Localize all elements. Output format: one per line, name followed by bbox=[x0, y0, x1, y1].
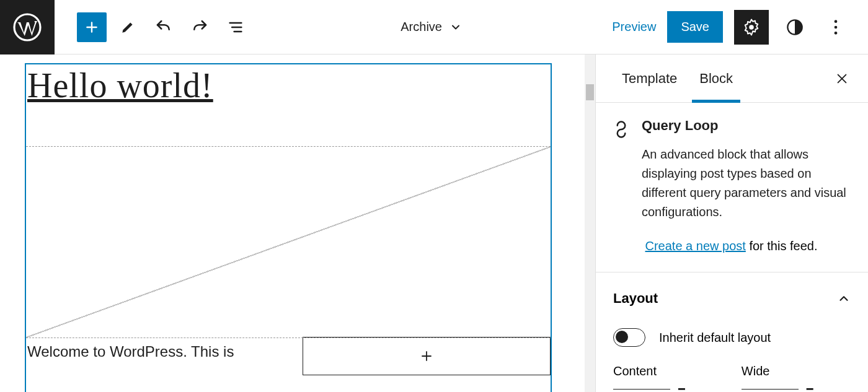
content-width-unit-button[interactable]: = bbox=[678, 383, 686, 392]
inherit-layout-label: Inherit default layout bbox=[659, 331, 771, 345]
tab-block[interactable]: Block bbox=[688, 54, 744, 102]
post-title-block[interactable]: Hello world! bbox=[26, 64, 551, 107]
settings-button[interactable] bbox=[734, 10, 769, 45]
svg-point-5 bbox=[835, 32, 838, 35]
block-inserter-button[interactable] bbox=[77, 12, 107, 42]
layout-panel: Layout Inherit default layout Content = … bbox=[596, 272, 868, 392]
preview-link[interactable]: Preview bbox=[612, 20, 656, 34]
layout-panel-title: Layout bbox=[613, 290, 658, 307]
wide-width-unit-button[interactable]: = bbox=[806, 383, 814, 392]
tab-template[interactable]: Template bbox=[611, 54, 688, 102]
content-width-input[interactable] bbox=[613, 389, 670, 392]
wide-width-input[interactable] bbox=[742, 389, 799, 392]
settings-sidebar: Template Block Query Loop An advanced bl… bbox=[595, 54, 868, 392]
content-width-label: Content bbox=[613, 364, 686, 378]
scrollbar-track[interactable] bbox=[585, 54, 595, 392]
undo-button[interactable] bbox=[149, 12, 179, 42]
main-area: Hello world! Welcome to WordPress. This … bbox=[0, 54, 868, 392]
document-title: Archive bbox=[401, 20, 442, 34]
featured-image-placeholder[interactable] bbox=[26, 146, 551, 338]
inherit-layout-toggle[interactable] bbox=[613, 328, 645, 347]
list-view-button[interactable] bbox=[221, 12, 250, 42]
edit-mode-button[interactable] bbox=[113, 12, 143, 42]
toolbar-right: Preview Save bbox=[612, 10, 868, 45]
svg-point-1 bbox=[749, 25, 754, 30]
chevron-down-icon bbox=[450, 21, 462, 33]
svg-point-3 bbox=[835, 20, 838, 23]
wordpress-logo[interactable] bbox=[0, 0, 55, 54]
block-info-panel: Query Loop An advanced block that allows… bbox=[596, 103, 868, 272]
block-create-post-row: Create a new post for this feed. bbox=[612, 239, 851, 253]
scrollbar-thumb[interactable] bbox=[586, 84, 594, 100]
layout-panel-toggle[interactable]: Layout bbox=[613, 285, 851, 312]
editor-canvas[interactable]: Hello world! Welcome to WordPress. This … bbox=[0, 54, 595, 392]
svg-point-4 bbox=[835, 25, 838, 28]
block-description: An advanced block that allows displaying… bbox=[642, 145, 851, 222]
block-title: Query Loop bbox=[642, 118, 718, 134]
document-title-dropdown[interactable]: Archive bbox=[250, 20, 612, 34]
post-excerpt-block[interactable]: Welcome to WordPress. This is bbox=[26, 338, 303, 365]
excerpt-row: Welcome to WordPress. This is bbox=[26, 338, 551, 375]
wide-width-label: Wide bbox=[742, 364, 814, 378]
create-new-post-link[interactable]: Create a new post bbox=[645, 239, 746, 253]
query-loop-block[interactable]: Hello world! Welcome to WordPress. This … bbox=[25, 63, 552, 392]
block-appender-button[interactable] bbox=[303, 337, 551, 375]
create-post-suffix: for this feed. bbox=[746, 239, 818, 253]
inherit-layout-row: Inherit default layout bbox=[613, 328, 851, 347]
more-options-button[interactable] bbox=[821, 12, 851, 42]
top-toolbar: Archive Preview Save bbox=[0, 0, 868, 54]
styles-button[interactable] bbox=[780, 12, 810, 42]
close-sidebar-button[interactable] bbox=[831, 68, 853, 90]
toolbar-left bbox=[55, 12, 250, 42]
redo-button[interactable] bbox=[185, 12, 215, 42]
sidebar-tabs: Template Block bbox=[596, 54, 868, 103]
chevron-up-icon bbox=[837, 292, 851, 305]
query-loop-icon bbox=[612, 120, 631, 139]
layout-width-controls: Content = Wide = bbox=[613, 364, 851, 392]
save-button[interactable]: Save bbox=[667, 11, 723, 43]
